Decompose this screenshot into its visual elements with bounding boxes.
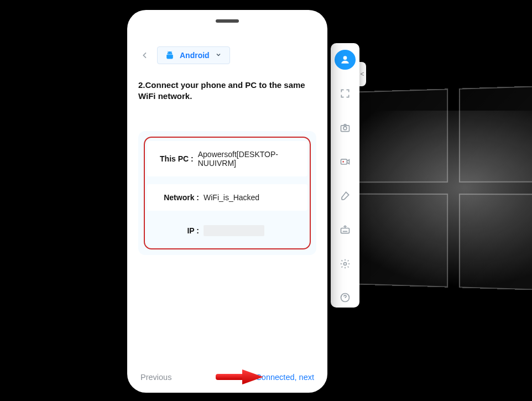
toolbar-expand-tab[interactable]: <: [358, 62, 366, 86]
next-button[interactable]: Connected, next: [255, 373, 314, 382]
brush-icon: [340, 190, 351, 201]
camera-icon: [340, 122, 351, 133]
network-label: Network :: [153, 193, 199, 202]
video-camera-icon: [340, 156, 351, 167]
phone-frame: Android 2.Connect your phone and PC to t…: [127, 10, 327, 393]
pc-row: This PC : Apowersoft[DESKTOP-NUUIVRM]: [147, 141, 307, 176]
chevron-left-icon: [140, 51, 149, 60]
os-select-dropdown[interactable]: Android: [157, 46, 230, 64]
chevron-down-icon: [215, 50, 222, 60]
windows-logo-background: [358, 85, 532, 291]
draw-button[interactable]: [335, 186, 356, 206]
expand-chevron-icon: <: [360, 70, 364, 78]
help-icon: [340, 292, 351, 303]
instruction-text: 2.Connect your phone and PC to the same …: [138, 80, 316, 102]
svg-rect-5: [341, 228, 350, 233]
fullscreen-icon: [340, 88, 351, 99]
user-icon: [340, 54, 351, 65]
phone-speaker: [216, 19, 239, 23]
previous-button[interactable]: Previous: [140, 373, 171, 382]
gear-icon: [340, 258, 351, 269]
pc-label: This PC :: [153, 154, 194, 163]
android-icon: [165, 51, 174, 60]
wizard-footer: Previous Connected, next: [140, 373, 314, 382]
svg-point-2: [343, 127, 347, 130]
help-button[interactable]: [335, 288, 356, 308]
keyboard-icon: [340, 224, 351, 235]
highlighted-box: This PC : Apowersoft[DESKTOP-NUUIVRM] Ne…: [144, 137, 311, 249]
screenshot-button[interactable]: [335, 118, 356, 138]
account-button[interactable]: [335, 50, 356, 70]
svg-point-6: [344, 262, 347, 265]
pc-value: Apowersoft[DESKTOP-NUUIVRM]: [198, 150, 302, 168]
back-button[interactable]: [138, 49, 152, 62]
svg-point-8: [168, 53, 169, 53]
fullscreen-button[interactable]: [335, 84, 356, 104]
svg-point-4: [342, 161, 344, 163]
ip-value-redacted: [204, 225, 264, 236]
svg-point-0: [343, 56, 347, 60]
side-toolbar: [331, 43, 359, 308]
ip-label: IP :: [153, 226, 199, 235]
svg-point-9: [170, 53, 171, 53]
record-button[interactable]: [335, 152, 356, 172]
network-row: Network : WiFi_is_Hacked: [147, 184, 307, 211]
ip-row: IP :: [147, 216, 307, 245]
settings-button[interactable]: [335, 254, 356, 274]
network-value: WiFi_is_Hacked: [204, 193, 259, 202]
os-label: Android: [180, 51, 210, 60]
connection-info-card: This PC : Apowersoft[DESKTOP-NUUIVRM] Ne…: [138, 131, 316, 255]
keyboard-button[interactable]: [335, 220, 356, 240]
